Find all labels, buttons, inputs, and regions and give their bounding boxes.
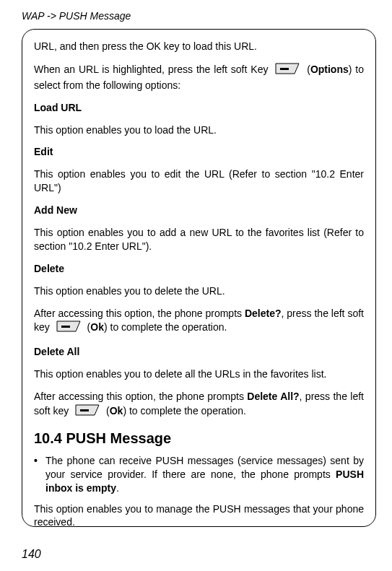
delete-head: Delete — [34, 262, 364, 276]
deleteall-body: This option enables you to delete all th… — [34, 367, 364, 381]
page-number: 140 — [22, 548, 41, 561]
softkey-icon — [274, 62, 300, 79]
deleteall-prompt-paragraph: After accessing this option, the phone p… — [34, 390, 364, 420]
deleteall-head: Delete All — [34, 345, 364, 359]
softkey-icon — [56, 320, 82, 336]
delete-prompt-ok: Ok — [90, 322, 104, 334]
deleteall-prompt-pre: After accessing this option, the phone p… — [34, 391, 247, 402]
load-url-head: Load URL — [34, 101, 364, 115]
push-bullet: • The phone can receive PUSH messages (s… — [34, 454, 364, 495]
delete-prompt-paragraph: After accessing this option, the phone p… — [34, 307, 364, 337]
addnew-body: This option enables you to add a new URL… — [34, 226, 364, 253]
addnew-head: Add New — [34, 204, 364, 217]
push-message-heading: 10.4 PUSH Message — [34, 430, 364, 447]
highlight-paragraph: When an URL is highlighted, press the le… — [34, 62, 364, 92]
push-manage-body: This option enables you to manage the PU… — [34, 502, 364, 527]
content-frame: URL, and then press the OK key to load t… — [22, 29, 376, 527]
page: WAP -> PUSH Message URL, and then press … — [0, 0, 392, 571]
delete-prompt-pre: After accessing this option, the phone p… — [34, 308, 245, 319]
edit-body: This option enables you to edit the URL … — [34, 167, 364, 195]
svg-rect-5 — [80, 409, 89, 411]
options-word: Options — [310, 64, 349, 75]
push-bullet-text: The phone can receive PUSH messages (ser… — [45, 454, 364, 495]
running-head: WAP -> PUSH Message — [22, 10, 376, 22]
deleteall-prompt-post: ) to complete the operation. — [123, 405, 245, 417]
delete-body: This option enables you to delete the UR… — [34, 284, 364, 298]
intro-line: URL, and then press the OK key to load t… — [34, 40, 364, 53]
bullet-icon: • — [34, 454, 45, 495]
push-bullet-post: . — [116, 482, 119, 494]
svg-rect-1 — [280, 68, 289, 70]
svg-rect-3 — [61, 326, 70, 328]
deleteall-prompt-bold: Delete All? — [247, 391, 299, 402]
deleteall-prompt-ok: Ok — [110, 405, 123, 417]
highlight-pre-text: When an URL is highlighted, press the le… — [34, 64, 271, 75]
edit-head: Edit — [34, 145, 364, 159]
load-url-body: This option enables you to load the URL. — [34, 123, 364, 137]
delete-prompt-post: ) to complete the operation. — [104, 322, 227, 334]
delete-prompt-bold: Delete? — [245, 308, 282, 319]
softkey-icon — [74, 404, 100, 420]
push-bullet-pre: The phone can receive PUSH messages (ser… — [45, 455, 364, 480]
